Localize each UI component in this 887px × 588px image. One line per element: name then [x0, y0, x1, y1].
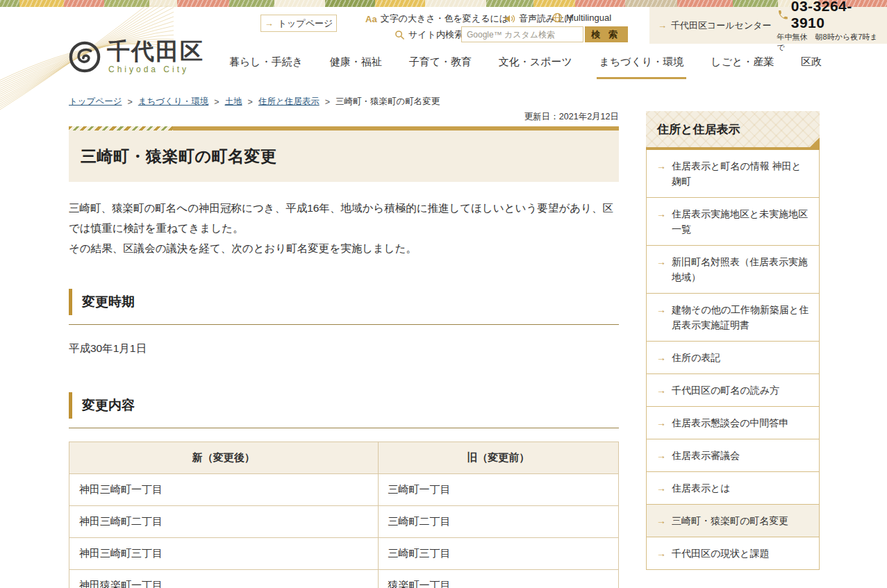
- table-cell: 神田三崎町一丁目: [69, 474, 379, 506]
- top-page-button[interactable]: → トップページ: [260, 15, 337, 32]
- sidebar-item-label: 住居表示審議会: [672, 448, 740, 463]
- font-size-link[interactable]: Aa 文字の大きさ・色を変えるには: [365, 12, 508, 25]
- sidebar-item-label: 住居表示と町名の情報 神田と麹町: [672, 158, 811, 189]
- main-content: 更新日：2021年2月12日 三崎町・猿楽町の町名変更 三崎町、猿楽町の町名への…: [69, 111, 619, 588]
- breadcrumb-separator: >: [325, 97, 330, 107]
- breadcrumb-separator: >: [127, 97, 132, 107]
- call-center-label: 千代田区コールセンター: [671, 19, 772, 32]
- phone-hours: 年中無休 朝8時から夜7時まで: [777, 32, 881, 53]
- sidebar-item-10[interactable]: →三崎町・猿楽町の町名変更: [647, 505, 819, 537]
- breadcrumb-separator: >: [248, 97, 253, 107]
- arrow-right-icon: →: [656, 350, 666, 365]
- intro-paragraph-1: 三崎町、猿楽町の町名への神田冠称につき、平成16年、地域から積極的に推進してほし…: [69, 198, 619, 238]
- nav-item-4[interactable]: 文化・スポーツ: [499, 56, 572, 79]
- sidebar-item-8[interactable]: →住居表示審議会: [647, 439, 819, 472]
- search-icon: [395, 30, 405, 40]
- updated-date: 更新日：2021年2月12日: [69, 111, 619, 122]
- nav-item-3[interactable]: 子育て・教育: [409, 56, 472, 79]
- sidebar-item-2[interactable]: →住居表示実施地区と未実施地区一覧: [647, 198, 819, 246]
- arrow-right-icon: →: [656, 206, 666, 221]
- call-center-link[interactable]: → 千代田区コールセンター: [658, 19, 772, 32]
- sidebar-item-6[interactable]: →千代田区の町名の読み方: [647, 374, 819, 407]
- section-divider: [69, 324, 619, 325]
- font-size-icon: Aa: [365, 14, 377, 24]
- top-page-button-label: トップページ: [278, 17, 333, 30]
- font-size-label: 文字の大きさ・色を変えるには: [381, 12, 508, 25]
- nav-item-6[interactable]: しごと・産業: [711, 56, 774, 79]
- page-title-box: 三崎町・猿楽町の町名変更: [69, 126, 619, 182]
- globe-icon: [552, 12, 563, 23]
- search-submit-button[interactable]: 検 索: [585, 26, 628, 42]
- phone-info: 03-3264-3910 年中無休 朝8時から夜7時まで: [777, 0, 881, 53]
- breadcrumb-item-1[interactable]: トップページ: [69, 96, 122, 108]
- arrow-right-icon: →: [656, 415, 666, 430]
- section-heading-change-content: 変更内容: [69, 392, 619, 419]
- phone-icon: [777, 9, 788, 21]
- sidebar-item-label: 千代田区の町名の読み方: [672, 383, 779, 398]
- arrow-right-icon: →: [658, 21, 667, 30]
- site-search-label-group: サイト内検索: [395, 28, 463, 41]
- site-logo[interactable]: 千代田区 Chiyoda City: [69, 40, 204, 74]
- table-row: 神田三崎町三丁目三崎町三丁目: [69, 538, 619, 570]
- table-header-row: 新（変更後）旧（変更前）: [69, 442, 619, 474]
- arrow-right-icon: →: [656, 513, 666, 528]
- sidebar-list: →住居表示と町名の情報 神田と麹町→住居表示実施地区と未実施地区一覧→新旧町名対…: [646, 150, 820, 570]
- table-cell: 神田猿楽町一丁目: [69, 570, 379, 588]
- section-heading-change-period: 変更時期: [69, 289, 619, 315]
- sidebar-item-11[interactable]: →千代田区の現状と課題: [647, 537, 819, 569]
- sidebar-item-5[interactable]: →住所の表記: [647, 342, 819, 374]
- table-header-cell-1: 新（変更後）: [69, 442, 379, 474]
- section-divider: [69, 428, 619, 428]
- sidebar-item-label: 三崎町・猿楽町の町名変更: [672, 513, 788, 528]
- arrow-right-icon: →: [656, 158, 666, 174]
- table-row: 神田三崎町一丁目三崎町一丁目: [69, 474, 619, 506]
- sidebar-item-7[interactable]: →住居表示懇談会の中間答申: [647, 407, 819, 439]
- breadcrumb-item-2[interactable]: まちづくり・環境: [138, 96, 208, 108]
- sidebar-item-label: 住居表示とは: [672, 480, 731, 496]
- sidebar-item-label: 千代田区の現状と課題: [672, 546, 770, 561]
- sidebar-title: 住所と住居表示: [646, 111, 820, 147]
- sidebar-item-label: 新旧町名対照表（住居表示実施地域）: [672, 254, 811, 285]
- name-change-table: 新（変更後）旧（変更前） 神田三崎町一丁目三崎町一丁目神田三崎町二丁目三崎町二丁…: [69, 442, 619, 588]
- chiyoda-emblem-icon: [69, 41, 101, 73]
- intro-paragraphs: 三崎町、猿楽町の町名への神田冠称につき、平成16年、地域から積極的に推進してほし…: [69, 198, 619, 258]
- nav-item-7[interactable]: 区政: [801, 56, 822, 79]
- multilingual-link[interactable]: Multilingual: [552, 12, 611, 23]
- breadcrumb: トップページ>まちづくり・環境>土地>住所と住居表示>三崎町・猿楽町の町名変更: [69, 96, 440, 108]
- sidebar-item-label: 住所の表記: [672, 350, 720, 365]
- nav-item-5[interactable]: まちづくり・環境: [599, 56, 684, 79]
- sidebar-corner-decoration: [810, 137, 820, 147]
- site-search-input[interactable]: [461, 26, 583, 42]
- nav-item-2[interactable]: 健康・福祉: [330, 56, 382, 79]
- breadcrumb-item-3[interactable]: 土地: [225, 96, 242, 108]
- intro-paragraph-2: その結果、区議会の議決を経て、次のとおり町名変更を実施しました。: [69, 238, 619, 258]
- table-body: 神田三崎町一丁目三崎町一丁目神田三崎町二丁目三崎町二丁目神田三崎町三丁目三崎町三…: [69, 474, 619, 588]
- breadcrumb-item-4[interactable]: 住所と住居表示: [258, 96, 320, 108]
- table-cell: 神田三崎町二丁目: [69, 506, 379, 538]
- nav-item-1[interactable]: 暮らし・手続き: [229, 56, 303, 79]
- table-row: 神田三崎町二丁目三崎町二丁目: [69, 506, 619, 538]
- arrow-right-icon: →: [656, 448, 666, 463]
- breadcrumb-separator: >: [214, 97, 219, 107]
- sidebar-item-4[interactable]: →建物その他の工作物新築届と住居表示実施証明書: [647, 294, 819, 342]
- arrow-right-icon: →: [656, 254, 666, 269]
- table-cell: 三崎町二丁目: [378, 506, 618, 538]
- sidebar-item-label: 住居表示懇談会の中間答申: [672, 415, 788, 430]
- arrow-right-icon: →: [656, 546, 666, 561]
- arrow-right-icon: →: [656, 480, 666, 496]
- sidebar-item-label: 建物その他の工作物新築届と住居表示実施証明書: [672, 302, 811, 333]
- arrow-right-icon: →: [656, 383, 666, 398]
- table-cell: 三崎町一丁目: [378, 474, 618, 506]
- sidebar-item-9[interactable]: →住居表示とは: [647, 472, 819, 505]
- speaker-icon: [504, 14, 515, 24]
- breadcrumb-item-5: 三崎町・猿楽町の町名変更: [335, 96, 440, 108]
- multilingual-label: Multilingual: [566, 12, 611, 23]
- call-center-box: → 千代田区コールセンター 03-3264-3910 年中無休 朝8時から夜7時…: [649, 7, 887, 44]
- sidebar-item-3[interactable]: →新旧町名対照表（住居表示実施地域）: [647, 246, 819, 294]
- sidebar-item-1[interactable]: →住居表示と町名の情報 神田と麹町: [647, 150, 819, 198]
- table-cell: 猿楽町一丁目: [378, 570, 618, 588]
- main-nav: 暮らし・手続き健康・福祉子育て・教育文化・スポーツまちづくり・環境しごと・産業区…: [229, 56, 822, 79]
- table-row: 神田猿楽町一丁目猿楽町一丁目: [69, 570, 619, 588]
- page-title: 三崎町・猿楽町の町名変更: [69, 131, 619, 182]
- arrow-right-icon: →: [656, 302, 666, 317]
